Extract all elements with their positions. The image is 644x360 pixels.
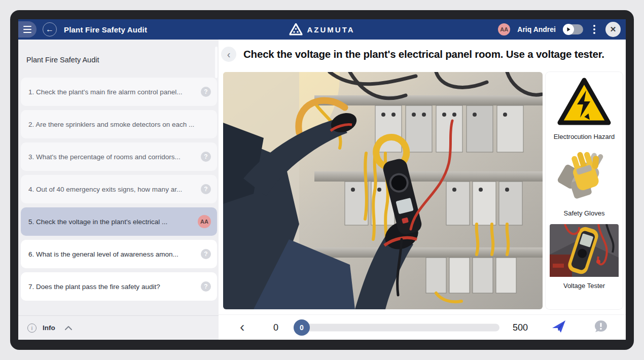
- question-label: 6. What is the general level of awarenes…: [28, 250, 178, 258]
- question-sidebar: Plant Fire Safety Audit 1. Check the pla…: [18, 40, 219, 340]
- sidebar-item-question-6[interactable]: 6. What is the general level of awarenes…: [21, 240, 217, 268]
- electrocution-hazard-image[interactable]: [556, 76, 613, 128]
- question-label: 2. Are there sprinklers and smoke detect…: [28, 121, 194, 128]
- attachment-caption: Electrocution Hazard: [554, 133, 615, 140]
- app-window: ← Plant Fire Safety Audit AZUMUTA AA Ari…: [10, 10, 634, 350]
- azumuta-logo-icon: [289, 23, 302, 35]
- sidebar-item-question-5[interactable]: 5. Check the voltage in the plant's elec…: [21, 207, 217, 236]
- audit-title: Plant Fire Safety Audit: [26, 56, 99, 64]
- sidebar-item-question-2[interactable]: 2. Are there sprinklers and smoke detect…: [21, 110, 217, 138]
- question-status-badge: ?: [201, 87, 211, 97]
- question-status-badge: ?: [201, 184, 211, 194]
- sidebar-scrollbar[interactable]: [215, 47, 218, 78]
- play-icon: [566, 27, 571, 32]
- voltage-tester-illustration: [550, 224, 619, 277]
- attachment-safety-gloves: Safety Gloves: [554, 148, 615, 220]
- user-avatar[interactable]: AA: [498, 23, 510, 35]
- mode-toggle[interactable]: [563, 24, 583, 34]
- exclamation-bubble-icon: [594, 320, 608, 333]
- info-bar[interactable]: i Info: [18, 315, 219, 340]
- kebab-icon: [593, 25, 595, 27]
- question-label: 3. What's the percentage of rooms and co…: [28, 153, 181, 161]
- gloves-illustration: [554, 148, 615, 204]
- attachment-caption: Voltage Tester: [563, 282, 605, 290]
- attachments-panel: Electrocution Hazard: [546, 72, 623, 309]
- voltage-tester-image[interactable]: [550, 224, 619, 277]
- question-status-badge: ?: [201, 152, 211, 162]
- attachment-electrocution-hazard: Electrocution Hazard: [554, 76, 615, 143]
- send-icon: [551, 320, 566, 333]
- question-list: 1. Check the plant's main fire alarm con…: [18, 78, 219, 305]
- hamburger-icon: [23, 26, 31, 27]
- report-issue-button[interactable]: [594, 320, 608, 335]
- main-panel: ‹ Check the voltage in the plant's elect…: [219, 40, 626, 340]
- question-label: 7. Does the plant pass the fire safety a…: [28, 283, 160, 291]
- overflow-menu-button[interactable]: [590, 23, 598, 36]
- question-label: 4. Out of 40 emergency exits signs, how …: [28, 186, 182, 193]
- voltage-slider-handle[interactable]: 0: [294, 319, 310, 336]
- back-arrow-icon: ←: [46, 25, 54, 34]
- close-icon: ✕: [610, 25, 617, 34]
- warning-triangle-icon: [556, 76, 613, 128]
- assignee-avatar-badge: AA: [198, 215, 211, 228]
- info-icon: i: [27, 323, 37, 333]
- user-name: Ariq Andrei: [517, 25, 556, 33]
- question-back-button[interactable]: ‹: [221, 47, 236, 62]
- sidebar-item-question-1[interactable]: 1. Check the plant's main fire alarm con…: [21, 78, 217, 106]
- toggle-knob: [563, 24, 574, 35]
- top-navbar: ← Plant Fire Safety Audit AZUMUTA AA Ari…: [18, 19, 626, 40]
- answer-bar: ‹ 0 0 500: [219, 314, 626, 340]
- question-status-badge: ?: [201, 249, 211, 259]
- attachment-caption: Safety Gloves: [564, 209, 605, 217]
- submit-answer-button[interactable]: [551, 320, 566, 335]
- sidebar-item-question-4[interactable]: 4. Out of 40 emergency exits signs, how …: [21, 175, 217, 203]
- info-label: Info: [43, 324, 55, 332]
- chevron-left-icon: ‹: [227, 49, 231, 60]
- close-button[interactable]: ✕: [605, 22, 621, 37]
- sidebar-item-question-3[interactable]: 3. What's the percentage of rooms and co…: [21, 142, 217, 171]
- electrician-photo-illustration: [223, 72, 543, 309]
- question-label: 5. Check the voltage in the plant's elec…: [28, 218, 167, 226]
- voltage-slider-track[interactable]: [302, 323, 499, 331]
- question-status-badge: ?: [201, 281, 211, 292]
- attachment-voltage-tester: Voltage Tester: [550, 224, 619, 293]
- question-header: ‹ Check the voltage in the plant's elect…: [219, 40, 626, 69]
- brand-logo: AZUMUTA: [289, 19, 354, 40]
- brand-name: AZUMUTA: [307, 25, 354, 34]
- chevron-up-icon: [64, 326, 73, 331]
- question-photo[interactable]: [223, 72, 543, 309]
- slider-max-label: 500: [513, 322, 528, 333]
- safety-gloves-image[interactable]: [554, 148, 615, 204]
- collapse-answer-button[interactable]: ‹: [240, 319, 244, 334]
- navbar-title: Plant Fire Safety Audit: [64, 25, 147, 34]
- sidebar-item-question-7[interactable]: 7. Does the plant pass the fire safety a…: [21, 272, 217, 301]
- chevron-left-icon: ‹: [240, 318, 244, 334]
- back-button[interactable]: ←: [43, 22, 57, 37]
- menu-button[interactable]: [18, 21, 37, 38]
- question-label: 1. Check the plant's main fire alarm con…: [28, 88, 182, 96]
- slider-min-label: 0: [273, 322, 278, 333]
- question-title: Check the voltage in the plant's electri…: [243, 48, 604, 60]
